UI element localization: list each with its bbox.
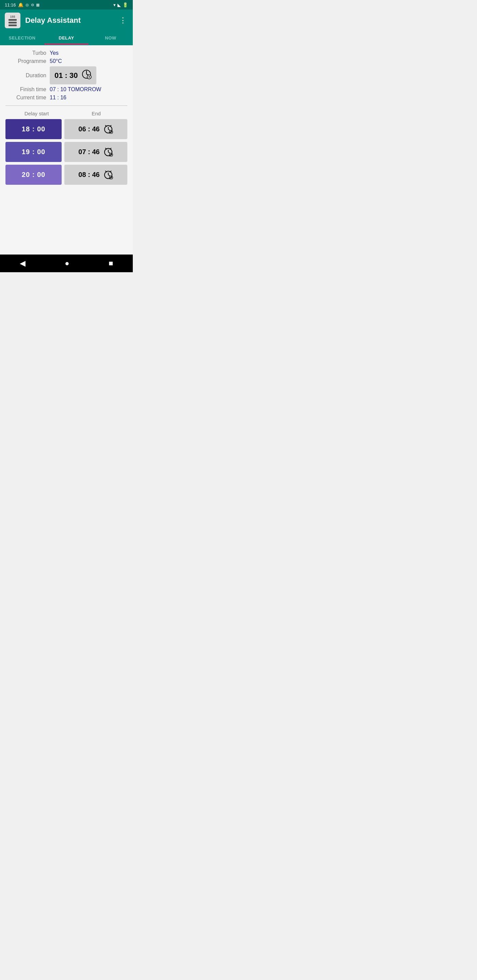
svg-point-4 [89, 76, 90, 78]
notification-icon: 🔔 [18, 2, 24, 8]
delay-row-1: 19 : 00 07 : 46 [5, 142, 127, 162]
delay-row-0: 18 : 00 06 : 46 [5, 119, 127, 139]
tab-bar: SELECTION DELAY NOW [0, 31, 133, 45]
back-button[interactable]: ◀ [13, 256, 32, 270]
delay-rows: 18 : 00 06 : 46 [5, 119, 127, 185]
svg-line-10 [90, 78, 91, 78]
svg-line-23 [108, 152, 110, 153]
turbo-value: Yes [50, 50, 59, 56]
finish-time-label: Finish time [5, 86, 46, 92]
sd-card-icon: ▦ [36, 3, 40, 7]
clock-gear-svg [81, 69, 92, 79]
alarm-add-icon-1 [103, 146, 113, 158]
program-info-section: Turbo Yes Programme 50°C Duration 01 : 3… [5, 50, 127, 101]
status-time: 11:16 [5, 2, 16, 8]
current-time-label: Current time [5, 95, 46, 101]
delay-table-header: Delay start End [5, 111, 127, 116]
section-divider [5, 105, 127, 106]
app-icon-bars [8, 19, 17, 26]
tab-now[interactable]: NOW [89, 31, 133, 45]
programme-label: Programme [5, 58, 46, 64]
delay-end-box-2[interactable]: 08 : 46 [64, 165, 127, 185]
delay-start-button-2[interactable]: 20 : 00 [5, 165, 62, 185]
main-content: Turbo Yes Programme 50°C Duration 01 : 3… [0, 45, 133, 222]
app-bar: 155 Delay Assistant ⋮ [0, 10, 133, 31]
tab-delay[interactable]: DELAY [44, 31, 89, 45]
duration-row: Duration 01 : 30 [5, 66, 127, 84]
duration-label: Duration [5, 73, 46, 79]
turbo-label: Turbo [5, 50, 46, 56]
content-spacer [0, 222, 133, 255]
programme-row: Programme 50°C [5, 58, 127, 64]
status-bar-left: 11:16 🔔 ◎ ⊖ ▦ [5, 2, 40, 8]
current-time-row: Current time 11 : 16 [5, 95, 127, 101]
current-time-value: 11 : 16 [50, 95, 66, 101]
app-number: 155 [10, 15, 15, 18]
delay-end-header: End [66, 111, 126, 116]
tab-selection[interactable]: SELECTION [0, 31, 44, 45]
turbo-row: Turbo Yes [5, 50, 127, 56]
svg-line-15 [108, 129, 110, 130]
svg-line-31 [108, 175, 110, 176]
battery-icon: 🔋 [123, 2, 128, 8]
duration-box[interactable]: 01 : 30 [50, 66, 96, 84]
recents-button[interactable]: ■ [102, 256, 120, 270]
duration-value: 01 : 30 [54, 71, 78, 80]
clock-settings-icon [81, 69, 92, 82]
dnd-icon: ⊖ [31, 3, 34, 7]
svg-line-12 [88, 78, 88, 78]
wifi-icon: ▾ [113, 2, 116, 8]
delay-end-time-0: 06 : 46 [78, 125, 99, 133]
programme-value: 50°C [50, 58, 62, 64]
alarm-add-icon-0 [103, 124, 113, 135]
delay-start-header: Delay start [7, 111, 66, 116]
alarm-add-icon-2 [103, 169, 113, 181]
delay-end-box-1[interactable]: 07 : 46 [64, 142, 127, 162]
status-bar: 11:16 🔔 ◎ ⊖ ▦ ▾ ◣ 🔋 [0, 0, 133, 10]
app-logo: 155 [5, 13, 21, 28]
delay-end-time-2: 08 : 46 [78, 171, 99, 179]
signal-icon: ◣ [118, 2, 121, 8]
bottom-nav: ◀ ● ■ [0, 255, 133, 272]
status-bar-right: ▾ ◣ 🔋 [113, 2, 128, 8]
delay-start-button-1[interactable]: 19 : 00 [5, 142, 62, 162]
finish-time-value: 07 : 10 TOMORROW [50, 86, 101, 92]
home-button[interactable]: ● [58, 256, 76, 270]
delay-end-box-0[interactable]: 06 : 46 [64, 119, 127, 139]
delay-end-time-1: 07 : 46 [78, 148, 99, 156]
app-title: Delay Assistant [25, 16, 113, 25]
delay-row-2: 20 : 00 08 : 46 [5, 165, 127, 185]
location-icon: ◎ [26, 3, 29, 7]
finish-time-row: Finish time 07 : 10 TOMORROW [5, 86, 127, 92]
more-options-button[interactable]: ⋮ [118, 14, 128, 26]
delay-start-button-0[interactable]: 18 : 00 [5, 119, 62, 139]
